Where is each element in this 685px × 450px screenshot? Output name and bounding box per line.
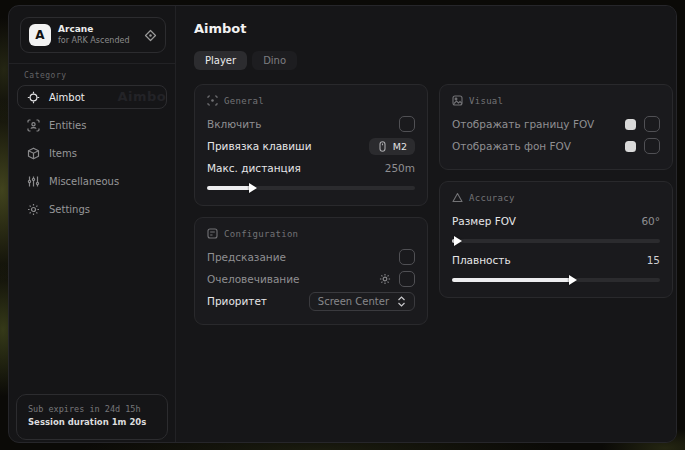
max-distance-value: 250m xyxy=(385,162,415,174)
max-distance-row: Макс. дистанция 250m xyxy=(207,157,415,179)
category-label: Category xyxy=(24,71,175,80)
person-scan-icon xyxy=(27,119,40,132)
gear-icon[interactable] xyxy=(379,273,391,285)
page-title: Aimbot xyxy=(194,21,673,36)
fov-size-label: Размер FOV xyxy=(452,215,516,227)
fov-border-checkbox[interactable] xyxy=(644,116,660,132)
brand-name: Arcane xyxy=(58,24,129,35)
sidebar-item-settings[interactable]: Settings xyxy=(17,197,167,221)
smoothness-value: 15 xyxy=(647,254,660,266)
configuration-card: Configuration Предсказание Очеловечивани… xyxy=(194,217,428,325)
prediction-row: Предсказание xyxy=(207,246,415,268)
configuration-card-title: Configuration xyxy=(224,229,298,239)
max-distance-label: Макс. дистанция xyxy=(207,162,301,174)
fov-background-color-swatch[interactable] xyxy=(625,141,636,152)
sidebar-item-miscellaneous[interactable]: Miscellaneous xyxy=(17,169,167,193)
app-window: A Arcane for ARK Ascended Category xyxy=(8,5,677,443)
slider-thumb[interactable] xyxy=(454,236,462,246)
right-column: Visual Отображать границу FOV Отображать… xyxy=(439,84,673,298)
sidebar-nav: Aimbot Aimbot Entities xyxy=(9,83,175,223)
focus-icon xyxy=(207,95,218,106)
sidebar: A Arcane for ARK Ascended Category xyxy=(9,6,176,442)
session-duration-text: Session duration 1m 20s xyxy=(28,416,156,429)
main-content: Aimbot Player Dino General xyxy=(176,6,677,442)
fov-background-checkbox[interactable] xyxy=(644,138,660,154)
sidebar-item-items[interactable]: Items xyxy=(17,141,167,165)
brand-card: A Arcane for ARK Ascended xyxy=(20,17,166,53)
fov-background-row: Отображать фон FOV xyxy=(452,135,660,157)
enable-row: Включить xyxy=(207,113,415,135)
cards-grid: General Включить Привязка клавиши xyxy=(194,84,673,325)
fov-size-slider[interactable] xyxy=(452,239,660,243)
keybind-button[interactable]: M2 xyxy=(369,138,415,155)
sidebar-item-label: Items xyxy=(49,148,77,159)
tab-dino[interactable]: Dino xyxy=(252,51,297,70)
accuracy-card-header: Accuracy xyxy=(452,192,660,203)
priority-dropdown[interactable]: Screen Center xyxy=(309,292,415,311)
accuracy-card-title: Accuracy xyxy=(469,193,515,203)
sidebar-item-label: Settings xyxy=(49,204,90,215)
sidebar-item-label: Entities xyxy=(49,120,86,131)
enable-checkbox[interactable] xyxy=(399,116,415,132)
general-card: General Включить Привязка клавиши xyxy=(194,84,428,206)
left-column: General Включить Привязка клавиши xyxy=(194,84,428,325)
visual-card-header: Visual xyxy=(452,95,660,106)
smoothness-label: Плавность xyxy=(452,254,511,266)
package-icon xyxy=(27,147,40,160)
smoothness-row: Плавность 15 xyxy=(452,249,660,271)
image-icon xyxy=(452,95,463,106)
crosshair-icon xyxy=(27,91,40,104)
priority-row: Приоритет Screen Center xyxy=(207,290,415,312)
fov-size-row: Размер FOV 60° xyxy=(452,210,660,232)
pin-icon[interactable] xyxy=(144,29,157,42)
sliders-icon xyxy=(27,175,40,188)
brand-logo: A xyxy=(29,24,51,46)
sub-expires-text: Sub expires in 24d 15h xyxy=(28,403,156,416)
keybind-label: Привязка клавиши xyxy=(207,140,312,152)
max-distance-slider[interactable] xyxy=(207,186,415,190)
general-card-header: General xyxy=(207,95,415,106)
brand-subtitle: for ARK Ascended xyxy=(58,36,129,46)
sidebar-divider xyxy=(9,63,175,64)
general-card-title: General xyxy=(224,96,264,106)
slider-thumb[interactable] xyxy=(249,183,257,193)
mouse-icon xyxy=(377,141,388,152)
humanization-checkbox[interactable] xyxy=(399,271,415,287)
sidebar-item-entities[interactable]: Entities xyxy=(17,113,167,137)
humanization-row: Очеловечивание xyxy=(207,268,415,290)
fov-border-row: Отображать границу FOV xyxy=(452,113,660,135)
active-item-ghost-text: Aimbot xyxy=(117,89,167,104)
fov-border-color-swatch[interactable] xyxy=(625,119,636,130)
keybind-row: Привязка клавиши M2 xyxy=(207,135,415,157)
priority-value: Screen Center xyxy=(318,296,389,307)
fov-background-label: Отображать фон FOV xyxy=(452,140,571,152)
sidebar-item-aimbot[interactable]: Aimbot Aimbot xyxy=(17,85,167,109)
smoothness-slider[interactable] xyxy=(452,278,660,282)
tab-player[interactable]: Player xyxy=(194,51,247,70)
keybind-value: M2 xyxy=(393,141,407,152)
configuration-card-header: Configuration xyxy=(207,228,415,239)
enable-label: Включить xyxy=(207,118,261,130)
gear-icon xyxy=(27,203,40,216)
sidebar-item-label: Miscellaneous xyxy=(49,176,119,187)
accuracy-card: Accuracy Размер FOV 60° Плавность 15 xyxy=(439,181,673,298)
unfold-icon xyxy=(397,296,406,307)
humanization-label: Очеловечивание xyxy=(207,273,300,285)
fov-border-label: Отображать границу FOV xyxy=(452,118,594,130)
visual-card-title: Visual xyxy=(469,96,503,106)
visual-card: Visual Отображать границу FOV Отображать… xyxy=(439,84,673,170)
prediction-checkbox[interactable] xyxy=(399,249,415,265)
slider-thumb[interactable] xyxy=(569,275,577,285)
slider-fill xyxy=(452,278,571,282)
prediction-label: Предсказание xyxy=(207,251,286,263)
brand-text: Arcane for ARK Ascended xyxy=(58,24,129,45)
sidebar-item-label: Aimbot xyxy=(49,92,85,103)
subscription-status-box: Sub expires in 24d 15h Session duration … xyxy=(16,394,168,440)
tab-bar: Player Dino xyxy=(194,51,673,70)
triangle-icon xyxy=(452,192,463,203)
fov-size-value: 60° xyxy=(641,215,660,227)
priority-label: Приоритет xyxy=(207,295,267,307)
slider-fill xyxy=(207,186,251,190)
tune-icon xyxy=(207,228,218,239)
